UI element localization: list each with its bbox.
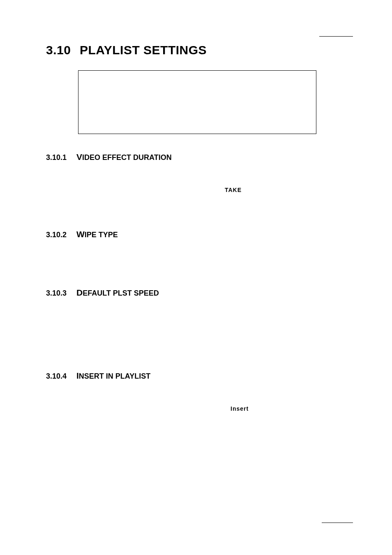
top-header-rule	[319, 36, 353, 37]
section-number: 3.10	[46, 43, 80, 57]
subsection-number: 3.10.4	[46, 372, 76, 381]
ghost-lead: xxxxxxxxxxxxxxxxxxxxxxxxxxxxxxxxxxxxxxxx…	[78, 405, 231, 412]
subsection-number: 3.10.1	[46, 153, 76, 162]
subsection-heading: 3.10.2WIPE TYPE	[46, 229, 353, 239]
bottom-footer-rule	[322, 523, 353, 523]
ghost-lead: xxxxxxxxxxxxxxxxxxxxxxxxxxxxxxxxxxxxxxxx…	[78, 187, 225, 193]
subsection-number: 3.10.2	[46, 231, 76, 239]
body-line: xxxxxxxxxxxxxxxxxxxxxxxxxxxxxxxxxxxxxxxx…	[78, 405, 353, 414]
subsection-heading: 3.10.4INSERT IN PLAYLIST	[46, 371, 353, 381]
settings-illustration-box	[78, 70, 316, 134]
subsection-number: 3.10.3	[46, 289, 76, 298]
subsection-first-cap: W	[76, 229, 85, 239]
subsection-rest: NSERT IN PLAYLIST	[79, 372, 150, 380]
subsection-heading: 3.10.1VIDEO EFFECT DURATION	[46, 152, 353, 162]
emphasis-take: TAKE	[225, 187, 242, 193]
subsection-first-cap: V	[76, 152, 82, 162]
section-heading: 3.10PLAYLIST SETTINGS	[46, 43, 353, 57]
body-line: xxxxxxxxxxxxxxxxxxxxxxxxxxxxxxxxxxxxxxxx…	[78, 186, 353, 195]
emphasis-insert: Insert	[231, 405, 249, 412]
section-title: PLAYLIST SETTINGS	[80, 43, 207, 57]
subsection-rest: EFAULT PLST SPEED	[83, 289, 159, 297]
subsection-rest: IDEO EFFECT DURATION	[82, 153, 172, 162]
subsection-heading: 3.10.3DEFAULT PLST SPEED	[46, 288, 353, 298]
subsection-first-cap: D	[76, 288, 83, 297]
subsection-rest: IPE TYPE	[85, 231, 118, 239]
